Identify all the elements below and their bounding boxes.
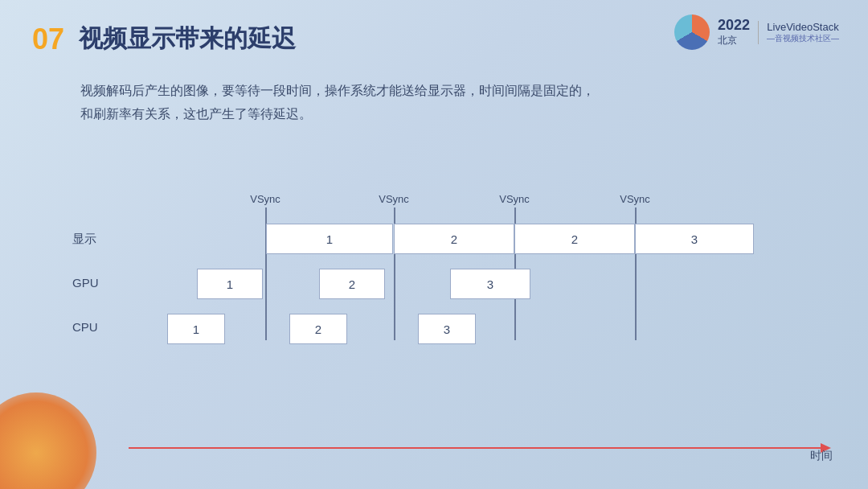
display-box-1: 1 [266,224,393,254]
logo-year: 2022 北京 [718,17,750,47]
city-text: 北京 [718,34,737,47]
cpu-box-3: 3 [418,314,476,344]
logo-area: 2022 北京 LiveVideoStack —音视频技术社区— [674,14,839,50]
label-gpu: GPU [72,276,99,290]
logo-circle-icon [674,14,710,50]
slide-number: 07 [32,25,64,54]
description-line2: 和刷新率有关系，这也产生了等待延迟。 [80,103,788,126]
description: 视频解码后产生的图像，要等待一段时间，操作系统才能送给显示器，时间间隔是固定的，… [80,80,788,126]
label-cpu: CPU [72,320,98,334]
time-label: 时间 [810,449,833,463]
diagram: 显示 GPU CPU VSync VSync VSync VSync 1 2 2… [48,193,836,457]
brand-sub: —音视频技术社区— [767,33,839,44]
vsync-label-4: VSync [620,193,650,205]
cpu-box-2: 2 [289,314,347,344]
vsync-label-2: VSync [379,193,409,205]
description-line1: 视频解码后产生的图像，要等待一段时间，操作系统才能送给显示器，时间间隔是固定的， [80,80,788,103]
display-box-3: 2 [514,224,635,254]
vsync-label-3: VSync [499,193,530,205]
display-box-2: 2 [394,224,514,254]
gpu-box-3: 3 [450,269,530,299]
slide: 07 视频显示带来的延迟 2022 北京 LiveVideoStack —音视频… [0,0,868,489]
label-display: 显示 [72,232,96,247]
display-box-4: 3 [635,224,754,254]
year-text: 2022 [718,17,750,34]
timeline-line [129,447,828,449]
slide-title: 视频显示带来的延迟 [79,23,296,55]
cpu-box-1: 1 [167,314,225,344]
vsync-label-1: VSync [250,193,280,205]
brand-name: LiveVideoStack [767,21,838,33]
gpu-box-2: 2 [319,269,385,299]
brand-logo: LiveVideoStack —音视频技术社区— [758,21,839,44]
gpu-box-1: 1 [197,269,263,299]
